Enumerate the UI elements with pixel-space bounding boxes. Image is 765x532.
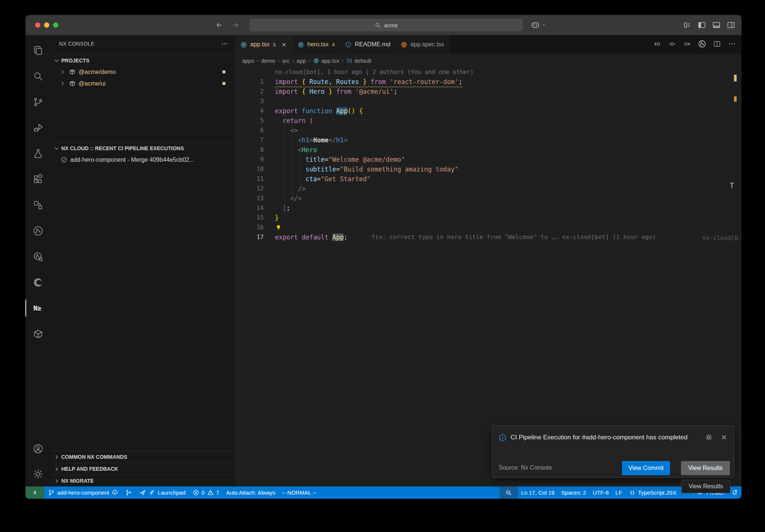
nav-back-icon (653, 40, 662, 48)
code-line-content: title="Welcome @acme/demo" (264, 155, 405, 164)
section-header-help-and-feedback[interactable]: HELP AND FEEDBACK (51, 463, 235, 474)
tab-hero-tsx[interactable]: hero.tsx4 (292, 35, 340, 54)
status-vim-mode[interactable]: -- NORMAL -- (279, 486, 320, 499)
edge-icon (32, 277, 44, 288)
plane-icon (139, 489, 146, 496)
line-number: 10 (235, 164, 264, 174)
status-indentation[interactable]: Spaces: 2 (558, 486, 589, 499)
copilot-menu[interactable] (530, 20, 547, 30)
editor-action-nav-circle[interactable] (668, 40, 676, 50)
editor-action-nav-forward[interactable] (683, 40, 691, 50)
graph-circle-icon (698, 40, 706, 48)
section-header-common-nx-commands[interactable]: COMMON NX COMMANDS (51, 451, 235, 463)
section-header-nx-migrate[interactable]: NX MIGRATE (51, 475, 235, 486)
svg-text:{}: {} (630, 490, 634, 495)
status-eol[interactable]: LF (612, 486, 626, 499)
remote-icon (31, 489, 38, 496)
command-center-search[interactable]: acme (250, 19, 523, 31)
breadcrumb-item-apps[interactable]: apps (242, 58, 254, 64)
tree-item[interactable]: add-hero-component - Merge 409b44e5cb02.… (51, 154, 235, 166)
activity-item-container[interactable] (25, 321, 51, 347)
activity-item-nx[interactable]: N≥ (25, 295, 51, 321)
toggle-panel-icon[interactable] (712, 21, 721, 30)
tree-item[interactable]: @acme/demo (51, 66, 235, 78)
notification-close-icon[interactable] (720, 433, 728, 441)
activity-item-search[interactable] (25, 63, 51, 89)
breadcrumb-separator: › (309, 58, 310, 64)
tab-problems-badge: 4 (332, 42, 335, 47)
line-number: 5 (235, 116, 264, 126)
status-launchpad[interactable]: Launchpad (136, 486, 189, 499)
status-label: UTF-8 (593, 489, 609, 496)
activity-item-files[interactable] (25, 37, 51, 63)
maximize-window-button[interactable] (53, 22, 58, 28)
status-git-branch[interactable]: add-hero-component (44, 486, 122, 499)
status-auto-attach[interactable]: Auto Attach: Always (223, 486, 279, 499)
activity-item-gear[interactable] (25, 468, 51, 480)
section-header-nx-cloud-recent-ci-pipeline-executions[interactable]: NX CLOUD :: RECENT CI PIPELINE EXECUTION… (51, 143, 235, 154)
code-line-content: <> (264, 126, 298, 135)
status-language-mode[interactable]: {}TypeScript JSX (625, 486, 680, 499)
status-zoom-indicator[interactable] (499, 486, 518, 499)
code-line-12: 12 /> (235, 184, 741, 194)
activity-item-graph-circle[interactable] (25, 218, 51, 244)
section-header-projects[interactable]: PROJECTS (51, 55, 235, 66)
minimize-window-button[interactable] (44, 22, 49, 28)
code-line-5: 5 return ( (235, 116, 741, 126)
tree-item[interactable]: @acme/ui (51, 78, 235, 89)
file-blame-annotation: nx-cloud[bot], 1 hour ago | 2 authors (Y… (264, 67, 474, 77)
rocket-icon (148, 489, 155, 496)
breadcrumb-item-src[interactable]: src (282, 58, 289, 64)
cloud-upload-icon (111, 489, 118, 496)
toggle-sidebar-icon[interactable] (697, 21, 706, 30)
refs-icon (32, 200, 44, 211)
activity-item-scm[interactable] (25, 89, 51, 115)
indent-guide (285, 116, 285, 213)
split-editor-icon (713, 40, 721, 48)
more-actions-icon[interactable] (220, 40, 229, 48)
editor-action-more[interactable] (728, 40, 736, 50)
breadcrumb-item-app[interactable]: app (297, 58, 306, 64)
status-label: 0 (202, 489, 205, 496)
line-number: 6 (235, 126, 264, 135)
activity-item-gitlens[interactable] (25, 244, 51, 269)
copilot-icon (530, 20, 540, 30)
customize-layout-icon[interactable] (683, 21, 692, 30)
breadcrumb-item-app-tsx[interactable]: app.tsx (313, 58, 339, 64)
toggle-secondary-sidebar-icon[interactable] (727, 21, 735, 30)
twistie-chevron-right-icon (59, 80, 66, 87)
notification-settings-gear-icon[interactable] (705, 433, 713, 441)
tab-app-spec-tsx[interactable]: app.spec.tsx (396, 35, 449, 54)
tab-react-icon (240, 41, 247, 48)
tab-app-tsx[interactable]: app.tsx3 (235, 35, 292, 54)
activity-item-account[interactable] (25, 442, 51, 455)
activity-item-beaker[interactable] (25, 140, 51, 166)
activity-item-debug[interactable] (25, 115, 51, 140)
activity-item-extensions[interactable] (25, 166, 51, 192)
breadcrumb-item-default[interactable]: default (346, 58, 371, 64)
editor-action-nav-back[interactable] (653, 40, 662, 50)
twistie-chevron-right-icon (59, 68, 66, 75)
status-cursor-position[interactable]: Ln 17, Col 19 (518, 486, 558, 499)
editor-action-split-editor[interactable] (713, 40, 721, 50)
notification-source: Source: Nx Console (499, 464, 552, 471)
view-results-button[interactable]: View Results (681, 461, 730, 475)
status-remote-indicator[interactable] (25, 486, 44, 499)
status-encoding[interactable]: UTF-8 (589, 486, 612, 499)
breadcrumb-item-demo[interactable]: demo (261, 58, 275, 64)
status-problems[interactable]: 07 (189, 486, 223, 499)
forward-arrow-icon[interactable] (232, 21, 240, 29)
editor-group: app.tsx3hero.tsx4README.mdapp.spec.tsx a… (235, 35, 741, 486)
code-line-9: 9 title="Welcome @acme/demo" (235, 155, 741, 164)
back-arrow-icon[interactable] (215, 21, 223, 29)
editor-action-graph-circle[interactable] (698, 40, 706, 50)
activity-item-refs[interactable] (25, 192, 51, 218)
close-window-button[interactable] (35, 22, 40, 28)
tab-readme-md[interactable]: README.md (340, 35, 396, 54)
code-line-17: 17export default App;fix: correct typo i… (235, 232, 741, 242)
more-icon (728, 40, 736, 48)
view-commit-button[interactable]: View Commit (622, 461, 670, 475)
activity-item-edge[interactable] (25, 269, 51, 295)
code-editor[interactable]: nx-cloud[bot], 1 hour ago | 2 authors (Y… (235, 67, 741, 486)
status-git-graph[interactable] (122, 486, 136, 499)
